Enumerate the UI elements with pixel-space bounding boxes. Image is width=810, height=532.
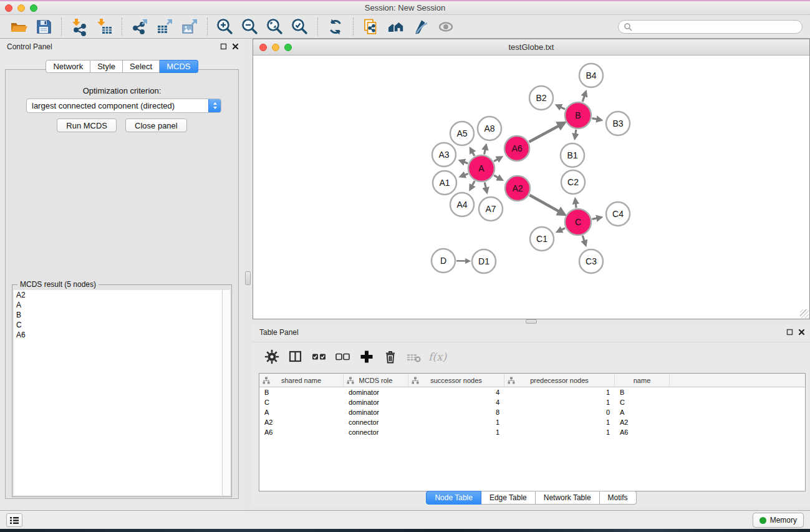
table-settings-button[interactable] — [263, 347, 281, 367]
splitter-grip[interactable] — [245, 271, 251, 285]
table-cell[interactable]: A6 — [615, 427, 670, 437]
mcds-result-item[interactable]: A — [14, 300, 230, 310]
table-cell[interactable]: C — [615, 397, 670, 407]
column-header-name[interactable]: name — [615, 374, 670, 387]
table-cell[interactable]: 4 — [408, 387, 504, 397]
graph-edge-A-A3[interactable] — [460, 161, 468, 164]
graph-node-D[interactable]: D — [432, 249, 455, 273]
table-cell[interactable]: 1 — [504, 397, 615, 407]
mcds-result-list[interactable]: A2ABCA6 — [14, 290, 230, 495]
import-network-button[interactable] — [67, 16, 92, 37]
table-cell[interactable]: A2 — [615, 417, 670, 427]
table-cell[interactable]: 1 — [408, 417, 504, 427]
add-column-button[interactable] — [357, 347, 376, 367]
column-layout-button[interactable] — [286, 347, 305, 367]
table-tab-network-table[interactable]: Network Table — [536, 491, 600, 505]
graph-node-C1[interactable]: C1 — [530, 227, 554, 251]
table-cell[interactable]: connector — [344, 417, 408, 427]
tab-network[interactable]: Network — [46, 60, 90, 73]
window-close-button[interactable] — [5, 4, 12, 12]
export-network-button[interactable] — [127, 16, 152, 37]
zoom-selected-button[interactable] — [287, 16, 312, 37]
run-mcds-button[interactable]: Run MCDS — [57, 118, 117, 132]
graph-edge-C-C2[interactable] — [576, 200, 577, 208]
graph-node-A8[interactable]: A8 — [478, 117, 501, 140]
graph-node-A2[interactable]: A2 — [505, 176, 530, 201]
open-file-button[interactable] — [6, 16, 31, 37]
graph-edge-A-A5[interactable] — [471, 149, 475, 156]
tab-style[interactable]: Style — [90, 60, 123, 73]
table-cell[interactable]: 8 — [408, 407, 504, 417]
close-panel-button[interactable]: Close panel — [125, 118, 187, 132]
column-header-successor-nodes[interactable]: successor nodes — [408, 374, 504, 387]
graph-edge-C-C4[interactable] — [592, 218, 601, 220]
table-row[interactable]: A2connector11A2 — [259, 417, 805, 427]
table-cell[interactable]: A2 — [259, 417, 344, 427]
graph-edge-B-B4[interactable] — [582, 92, 586, 102]
table-cell[interactable]: 1 — [408, 427, 504, 437]
graph-edge-B-B3[interactable] — [592, 118, 601, 120]
vertical-splitter[interactable] — [244, 39, 253, 510]
table-tab-motifs[interactable]: Motifs — [600, 491, 637, 505]
column-header-shared-name[interactable]: shared name — [259, 374, 344, 387]
zoom-out-button[interactable] — [238, 16, 263, 37]
window-zoom-button[interactable] — [30, 4, 37, 12]
table-cell[interactable]: B — [615, 387, 670, 397]
scrollbar-track[interactable] — [222, 290, 230, 495]
criterion-select[interactable]: largest connected component (directed) — [26, 99, 221, 113]
splitter-grip[interactable] — [526, 319, 537, 324]
table-cell[interactable]: dominator — [344, 397, 408, 407]
zoom-in-button[interactable] — [213, 16, 238, 37]
graph-node-B4[interactable]: B4 — [579, 64, 603, 87]
tab-select[interactable]: Select — [123, 60, 160, 73]
graph-node-A7[interactable]: A7 — [479, 197, 503, 221]
network-window-close-button[interactable] — [259, 44, 267, 51]
graph-edge-A2-C[interactable] — [529, 195, 564, 215]
graph-node-A4[interactable]: A4 — [450, 193, 474, 216]
table-row[interactable]: A6connector11A6 — [259, 427, 805, 437]
table-cell[interactable]: B — [259, 387, 344, 397]
graph-edge-C-C3[interactable] — [582, 236, 586, 245]
table-tab-node-table[interactable]: Node Table — [426, 491, 481, 505]
graph-edge-A-A6[interactable] — [494, 157, 501, 162]
table-cell[interactable]: 0 — [504, 407, 615, 417]
table-row[interactable]: Cdominator41C — [259, 397, 805, 407]
table-cell[interactable]: 4 — [408, 397, 504, 407]
table-cell[interactable]: A — [615, 407, 670, 417]
export-image-button[interactable] — [177, 16, 202, 37]
table-row[interactable]: Adominator80A — [259, 407, 805, 417]
mcds-result-item[interactable]: C — [14, 320, 230, 330]
table-cell[interactable]: 1 — [504, 427, 615, 437]
memory-button[interactable]: Memory — [753, 513, 804, 528]
close-panel-icon[interactable] — [232, 43, 239, 50]
eye-button[interactable] — [433, 16, 458, 37]
table-cell[interactable]: A6 — [259, 427, 344, 437]
table-cell[interactable]: 1 — [504, 417, 615, 427]
import-table-button[interactable] — [92, 16, 117, 37]
table-cell[interactable]: A — [259, 407, 344, 417]
table-row[interactable]: Bdominator41B — [259, 387, 805, 397]
graph-node-A6[interactable]: A6 — [504, 136, 529, 161]
graph-edge-A-A2[interactable] — [494, 175, 502, 180]
graph-edge-C-C1[interactable] — [557, 228, 565, 232]
save-session-button[interactable] — [31, 16, 56, 37]
graph-node-B2[interactable]: B2 — [529, 86, 553, 110]
graph-edge-A-A4[interactable] — [470, 181, 475, 189]
table-cell[interactable]: 1 — [504, 387, 615, 397]
table-tab-edge-table[interactable]: Edge Table — [481, 491, 536, 505]
home-button[interactable] — [383, 16, 408, 37]
float-panel-icon[interactable] — [220, 43, 227, 50]
network-window-zoom-button[interactable] — [284, 44, 292, 51]
horizontal-splitter[interactable] — [253, 319, 810, 324]
duplicate-network-button[interactable] — [359, 16, 383, 37]
deselect-all-button[interactable] — [334, 347, 352, 367]
search-input[interactable] — [635, 22, 797, 31]
graph-node-C2[interactable]: C2 — [561, 170, 585, 194]
graph-node-D1[interactable]: D1 — [472, 249, 496, 273]
close-panel-icon[interactable] — [798, 329, 805, 336]
graph-node-A1[interactable]: A1 — [433, 171, 456, 195]
task-history-button[interactable] — [6, 513, 22, 527]
network-graph[interactable]: AA1A3A4A5A7A8A6A2BB1B2B3B4CC1C2C3C4DD1 — [253, 56, 809, 319]
graph-node-C[interactable]: C — [565, 209, 591, 235]
column-header-predecessor-nodes[interactable]: predecessor nodes — [504, 374, 615, 387]
